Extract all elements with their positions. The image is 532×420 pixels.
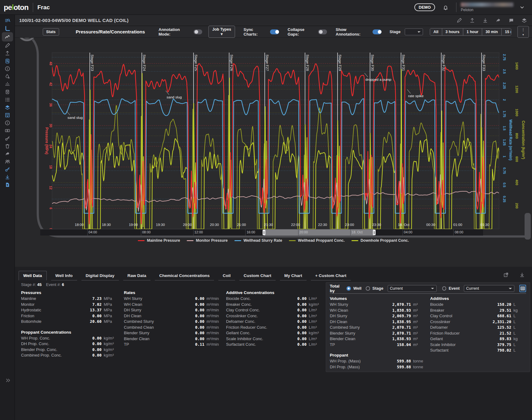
stat-row: Crosslinker Conc. 0.00 L/m³ <box>226 314 325 319</box>
legend-item[interactable]: Monitor Pressure <box>187 238 228 243</box>
download-icon[interactable] <box>2 173 13 181</box>
x-axis-tick: 18:00 <box>75 223 84 227</box>
users-icon[interactable] <box>2 158 13 165</box>
layers-icon[interactable] <box>2 103 13 111</box>
stat-unit: m³/min <box>204 342 223 347</box>
time-range-button[interactable]: 30 min <box>482 28 501 35</box>
radio-well[interactable] <box>347 286 351 291</box>
event-current-select[interactable]: Current <box>464 285 514 292</box>
edit-icon[interactable] <box>456 16 463 24</box>
clipboard-search-icon[interactable] <box>2 57 13 65</box>
collapse-down-icon[interactable] <box>517 271 528 279</box>
job-types-button[interactable]: Job Types ▾ <box>208 26 235 38</box>
more-options-button[interactable]: ⋮ ▾ <box>517 26 529 38</box>
time-range-button[interactable]: 3 hours <box>442 28 463 35</box>
time-range-button[interactable]: 1 hour <box>463 28 482 35</box>
tab[interactable]: My Chart <box>280 271 307 280</box>
annotation-mode-toggle[interactable] <box>194 29 203 34</box>
legend-item[interactable]: Wellhead Proppant Conc. <box>289 238 345 243</box>
upload-icon[interactable] <box>2 49 13 57</box>
legend-item[interactable]: Downhole Proppant Conc. <box>351 238 409 243</box>
key-icon[interactable] <box>2 165 13 173</box>
x-axis-tick: 23:30 <box>372 223 381 227</box>
stat-label: Monitor <box>21 302 76 307</box>
proppant-dots-icon[interactable] <box>2 80 13 88</box>
rate-tick: 2.25 <box>503 82 506 89</box>
tab[interactable]: Well Info <box>51 271 77 280</box>
tab[interactable]: + Custom Chart <box>311 271 351 280</box>
line-chart-icon[interactable] <box>2 32 13 41</box>
stat-value: 0.00 <box>178 296 204 301</box>
time-range-button[interactable]: 15 min <box>501 28 512 35</box>
stat-unit: m³ <box>411 342 425 347</box>
well-search-icon[interactable] <box>2 17 13 24</box>
expand-panel-icon[interactable] <box>2 376 14 384</box>
trash-icon[interactable] <box>2 142 13 150</box>
legend-item[interactable]: Wellhead Slurry Rate <box>234 238 282 243</box>
navigator-right-handle[interactable] <box>373 230 376 235</box>
stat-label: Friction Reducer Conc. <box>226 325 281 330</box>
tab[interactable]: Custom Chart <box>239 271 276 280</box>
frac-chart[interactable]: Stage F23Stage F24Stage F25Stage F26Stag… <box>15 38 532 254</box>
stat-label: Clay Control <box>430 314 480 318</box>
layers-icon[interactable] <box>521 16 528 24</box>
bell-icon[interactable] <box>440 3 451 11</box>
key-icon[interactable] <box>2 134 13 142</box>
plant-icon[interactable] <box>2 111 13 119</box>
stat-row: WH Prop. Conc. 0.00 kg/m³ <box>21 336 120 342</box>
list-icon[interactable] <box>2 96 13 103</box>
fluid-add-icon[interactable] <box>2 72 13 80</box>
stat-label: WH Clean <box>330 308 380 313</box>
rate-tick: 1.25 <box>503 139 506 145</box>
radio-stage[interactable] <box>366 286 370 291</box>
stat-label: DH Clean <box>330 319 380 324</box>
sync-charts-toggle[interactable] <box>270 29 279 34</box>
table-view-button[interactable] <box>519 285 526 292</box>
stat-unit: m³ <box>411 336 425 341</box>
stat-unit: m³ <box>411 302 425 307</box>
wellbore-icon[interactable] <box>2 24 13 32</box>
info-icon[interactable] <box>2 119 13 127</box>
stat-unit: L/m³ <box>307 342 325 347</box>
upload-icon[interactable] <box>469 16 476 24</box>
stage-current-select[interactable]: Current <box>388 285 437 292</box>
stat-row: Blender Slurry 0.00 m³/min <box>124 331 223 336</box>
tab[interactable]: Digital Display <box>81 271 119 280</box>
tab[interactable]: Well Data <box>19 271 47 280</box>
open-in-new-icon[interactable] <box>500 271 512 279</box>
legend-label: Monitor Pressure <box>196 238 228 243</box>
radio-event[interactable] <box>442 286 446 291</box>
legend-label: Downhole Proppant Conc. <box>360 238 409 243</box>
download-icon[interactable] <box>482 16 489 24</box>
time-range-button[interactable]: All <box>430 28 442 35</box>
save-file-icon[interactable] <box>2 181 13 188</box>
info-icon[interactable] <box>2 65 13 72</box>
tab[interactable]: Coil <box>218 271 235 280</box>
stage-select[interactable] <box>405 28 423 35</box>
show-annotations-label: Show Annotations: <box>336 27 368 37</box>
tab[interactable]: Raw Data <box>123 271 151 280</box>
stat-label: Blender Clean <box>124 336 178 341</box>
sample-jar-icon[interactable] <box>2 88 13 96</box>
share-icon[interactable] <box>495 16 502 24</box>
display-icon[interactable] <box>2 127 13 134</box>
tab[interactable]: Chemical Concentrations <box>155 271 214 280</box>
edit-icon[interactable] <box>2 41 13 49</box>
time-navigator[interactable]: 04:0008:0012:0016:0020:0018. Oct04:0008:… <box>40 229 483 236</box>
comment-icon[interactable] <box>508 16 515 24</box>
stat-label: WH Prop. Conc. <box>21 336 76 340</box>
stat-label: Scale Inhibitor <box>430 342 480 347</box>
stat-label: Bottomhole <box>21 319 76 324</box>
stat-label: Combined Prop. Conc. <box>21 353 76 357</box>
stat-value: 599.88 <box>380 365 411 369</box>
peloton-logo[interactable]: peloton <box>0 3 33 12</box>
user-menu[interactable]: Peloton <box>456 2 528 12</box>
show-annotations-toggle[interactable] <box>373 29 382 34</box>
legend-item[interactable]: Mainline Pressure <box>138 238 180 243</box>
stat-value: 0.11 <box>178 342 204 347</box>
collapse-gaps-toggle[interactable] <box>318 29 327 34</box>
navigator-tick-label: 04:00 <box>89 230 97 234</box>
stats-button[interactable]: Stats <box>43 28 59 36</box>
navigator-left-handle[interactable] <box>263 230 265 235</box>
share-icon[interactable] <box>2 150 13 158</box>
